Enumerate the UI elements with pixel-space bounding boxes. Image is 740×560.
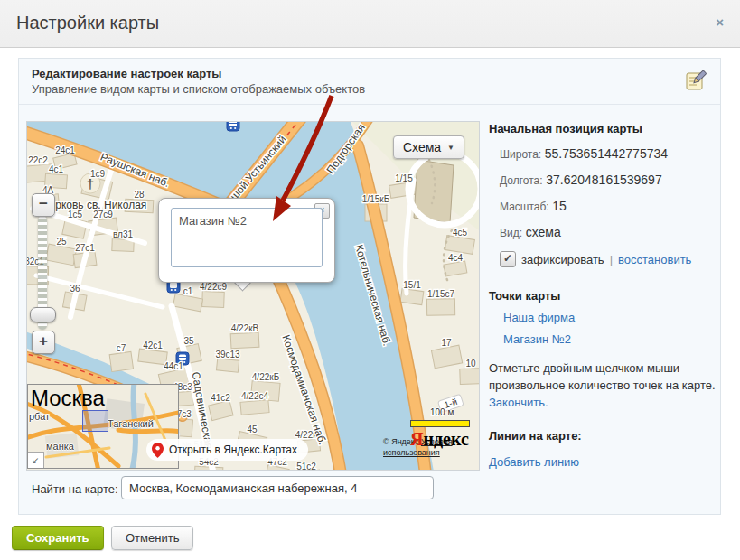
point-link[interactable]: Наша фирма: [503, 311, 717, 324]
map-building-label: 42с1: [143, 341, 163, 350]
scale-bar: [410, 420, 470, 427]
map-building-label: 1/15кБ: [362, 194, 390, 204]
map-building-label: 10: [465, 359, 476, 369]
metro-icon: [227, 122, 239, 131]
map-building-label: 22с2: [28, 155, 48, 165]
panel-title: Редактирование настроек карты: [32, 67, 707, 80]
open-link-label: Открыть в Яндекс.Картах: [169, 443, 297, 456]
map-settings-panel: Редактирование настроек карты Управление…: [18, 58, 721, 515]
fix-position-row: ✓ зафиксировать | восстановить: [500, 251, 717, 267]
map-building-label: вл31: [113, 229, 133, 239]
point-name-value: Магазин №2: [179, 214, 247, 228]
svg-text:Церковь св. Николая: Церковь св. Николая: [42, 199, 147, 211]
panel-header: Редактирование настроек карты Управление…: [19, 59, 720, 105]
map-building-label: 15/1: [403, 280, 421, 290]
map-building-label: с7: [117, 343, 126, 353]
minimap-district-label: Таганский: [108, 418, 154, 429]
map-building-label: 25: [56, 237, 67, 247]
minimap-district-label: манка: [46, 441, 74, 452]
map-building-label: 4/22с9: [200, 282, 227, 292]
map-building-label: 45: [247, 425, 258, 434]
map-building-label: 4с4: [448, 253, 464, 263]
dialog-title: Настройки карты: [0, 0, 740, 33]
close-icon[interactable]: ×: [716, 14, 724, 30]
points-hint: Отметьте двойным щелчком мыши произвольн…: [489, 360, 717, 412]
map-canvas[interactable]: † 1-й 24с122с24с11с9: [26, 121, 480, 471]
map-building-label: 4/22кВ: [231, 323, 259, 333]
fix-label: зафиксировать: [521, 253, 604, 266]
map-building-label: с1: [183, 286, 193, 296]
text-caret: [248, 214, 248, 227]
map-building: [230, 332, 259, 349]
map-building-label: 51с2: [296, 462, 316, 470]
minimap-city-label: Москва: [31, 386, 105, 411]
zoom-out-button[interactable]: −: [32, 193, 55, 217]
scale-label: 100 м: [430, 407, 454, 417]
position-section-title: Начальная позиция карты: [489, 122, 717, 135]
map-type-label: Схема: [403, 140, 441, 154]
open-in-yandex-maps-link[interactable]: Открыть в Яндекс.Картах: [146, 439, 308, 461]
map-building-label: 4с5: [453, 228, 468, 238]
point-link[interactable]: Магазин №2: [503, 332, 717, 346]
fix-checkbox[interactable]: ✓: [500, 251, 516, 267]
point-name-textarea[interactable]: Магазин №2: [171, 208, 323, 267]
map-building-label: 24с1: [55, 145, 75, 155]
map-building: [426, 299, 454, 316]
chevron-down-icon: ▼: [447, 144, 454, 152]
map-building-label: 1с9: [90, 169, 106, 179]
map-building: [109, 351, 133, 371]
dialog-titlebar: Настройки карты ×: [0, 0, 740, 48]
map-building-label: 44с1: [164, 361, 183, 371]
map-building: [460, 369, 479, 385]
cancel-button[interactable]: Отменить: [111, 526, 193, 550]
map-building-label: 4/22кБ: [252, 372, 280, 382]
settings-sidebar: Начальная позиция карты Широта: 55.75365…: [489, 118, 717, 469]
point-balloon: × Магазин №2: [158, 198, 335, 283]
map-type-button[interactable]: Схема▼: [393, 135, 464, 159]
yandex-logo: Яндекс: [410, 429, 469, 450]
points-section-title: Точки карты: [489, 289, 717, 303]
zoom-field: Масштаб: 15: [500, 199, 717, 213]
map-building: [240, 400, 269, 415]
minimap-viewport-rect[interactable]: [82, 410, 108, 432]
map-building-label: 39с13: [215, 350, 240, 359]
add-line-link[interactable]: Добавить линию: [489, 455, 717, 469]
longitude-field: Долгота: 37.62048161539697: [500, 173, 717, 187]
map-building: [202, 292, 225, 308]
edit-icon[interactable]: [684, 69, 707, 92]
find-on-map-row: Найти на карте:: [26, 476, 713, 503]
zoom-slider-handle[interactable]: [30, 307, 56, 322]
restore-link[interactable]: восстановить: [618, 253, 691, 266]
latitude-field: Широта: 55.753651442775734: [500, 146, 717, 161]
map-building: [216, 359, 239, 372]
lines-section-title: Линии на карте:: [489, 429, 717, 443]
map-building-label: 1/15: [395, 173, 413, 183]
map-building-label: 4/22с4: [241, 391, 268, 401]
map-building: [400, 288, 424, 304]
map-building-label: 36: [70, 284, 80, 294]
map-building-label: 1/15с7: [427, 289, 454, 299]
view-field: Вид: схема: [500, 225, 717, 239]
map-building-label: 4с1: [49, 164, 64, 174]
map-building-label: 35: [183, 336, 194, 346]
map-building-label: 17: [441, 338, 452, 348]
save-button[interactable]: Сохранить: [12, 526, 104, 550]
map-building-label: 27с1: [75, 243, 95, 253]
find-input[interactable]: [121, 476, 434, 499]
minimap-collapse-icon[interactable]: ↙: [28, 452, 44, 468]
map-building-label: 41с2: [211, 393, 230, 403]
find-label: Найти на карте:: [32, 482, 118, 496]
zoom-in-button[interactable]: +: [32, 331, 55, 354]
minimap-district-label: рбат: [29, 411, 50, 422]
map-pin-icon: [152, 443, 164, 458]
panel-subtitle: Управление видом карты и списком отображ…: [32, 82, 707, 96]
finish-link[interactable]: Закончить.: [489, 396, 548, 409]
